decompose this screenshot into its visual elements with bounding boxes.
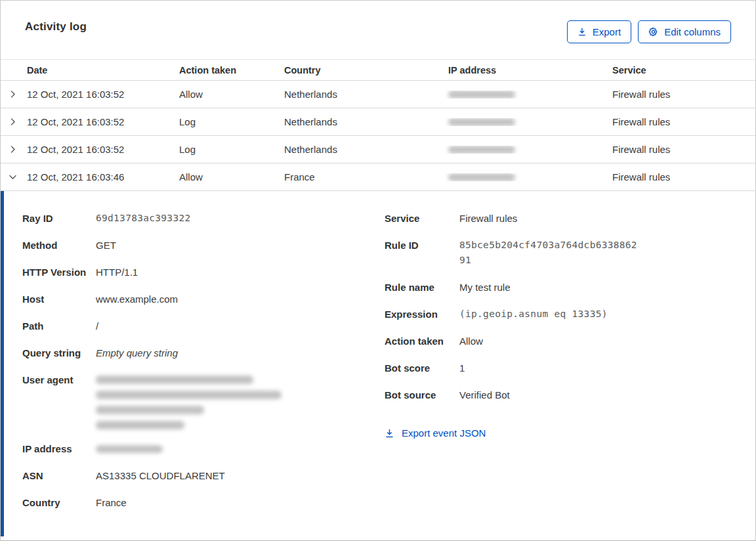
expand-row-button[interactable] — [1, 108, 24, 135]
export-button-label: Export — [593, 26, 621, 37]
topbar: Activity log Export Edit columns — [1, 1, 755, 59]
download-icon — [578, 27, 587, 37]
collapse-row-button[interactable] — [1, 163, 24, 190]
row-country: Netherlands — [282, 89, 446, 100]
column-header-date: Date — [24, 65, 177, 76]
row-action: Log — [177, 116, 282, 127]
action-taken-value: Allow — [459, 334, 731, 349]
detail-label: HTTP Version — [22, 265, 96, 280]
row-action: Allow — [177, 171, 282, 183]
export-event-json-link[interactable]: Export event JSON — [385, 427, 731, 439]
column-header-ip-address: IP address — [446, 65, 610, 76]
row-date: 12 Oct, 2021 16:03:52 — [24, 116, 177, 127]
table-row[interactable]: 12 Oct, 2021 16:03:52 Log Netherlands Fi… — [1, 136, 755, 163]
expand-row-button[interactable] — [1, 81, 24, 108]
chevron-right-icon — [8, 144, 18, 154]
detail-label: Rule name — [385, 280, 459, 295]
user-agent-redacted — [96, 372, 385, 429]
row-ip-redacted — [446, 146, 610, 154]
table-row-expanded[interactable]: 12 Oct, 2021 16:03:46 Allow France Firew… — [1, 163, 755, 191]
detail-label: Path — [22, 318, 96, 334]
detail-label: User agent — [22, 372, 96, 429]
redacted-line — [96, 391, 282, 399]
detail-label: ASN — [22, 468, 96, 483]
column-header-service: Service — [610, 65, 755, 76]
event-detail-panel: Ray ID 69d13783ac393322 Method GET HTTP … — [1, 191, 755, 536]
chevron-right-icon — [8, 117, 18, 127]
detail-right-column: Service Firewall rules Rule ID 85bce5b20… — [385, 211, 731, 510]
redacted-ip — [448, 91, 515, 98]
download-icon — [385, 428, 394, 439]
rule-name-value: My test rule — [459, 280, 731, 295]
detail-label: Country — [22, 495, 96, 510]
export-event-json-label: Export event JSON — [402, 427, 486, 439]
host-value: www.example.com — [96, 292, 385, 307]
path-value: / — [96, 318, 385, 334]
ray-id-value: 69d13783ac393322 — [96, 211, 385, 226]
expression-value: (ip.geoip.asnum eq 13335) — [459, 307, 731, 322]
http-version-value: HTTP/1.1 — [96, 265, 385, 280]
row-date: 12 Oct, 2021 16:03:52 — [24, 144, 177, 155]
detail-label: Expression — [385, 307, 459, 322]
table-header: Date Action taken Country IP address Ser… — [1, 59, 755, 81]
detail-label: Rule ID — [385, 238, 459, 268]
row-service: Firewall rules — [610, 89, 755, 100]
row-date: 12 Oct, 2021 16:03:52 — [24, 89, 177, 100]
column-header-country: Country — [282, 65, 446, 76]
header-expand-spacer — [1, 60, 24, 80]
row-service: Firewall rules — [610, 144, 755, 155]
redacted-line — [96, 406, 204, 414]
row-ip-redacted — [446, 173, 610, 181]
column-header-action-taken: Action taken — [177, 65, 282, 76]
activity-log-panel: Activity log Export Edit columns Date Ac… — [0, 0, 756, 541]
row-country: Netherlands — [282, 116, 446, 127]
detail-label: IP address — [22, 441, 96, 456]
detail-label: Service — [385, 211, 459, 226]
detail-label: Host — [22, 292, 96, 307]
bot-score-value: 1 — [459, 360, 731, 376]
country-value: France — [96, 495, 385, 510]
ip-address-redacted — [96, 441, 385, 456]
table-row[interactable]: 12 Oct, 2021 16:03:52 Log Netherlands Fi… — [1, 108, 755, 136]
detail-label: Bot score — [385, 360, 459, 376]
redacted-line — [96, 376, 253, 384]
row-action: Log — [177, 144, 282, 155]
chevron-right-icon — [8, 89, 18, 99]
row-ip-redacted — [446, 91, 610, 98]
gear-icon — [648, 27, 658, 37]
detail-label: Method — [22, 238, 96, 253]
chevron-down-icon — [8, 172, 18, 182]
row-service: Firewall rules — [610, 116, 755, 127]
redacted-line — [96, 421, 184, 429]
redacted-ip — [448, 173, 515, 181]
page-title: Activity log — [25, 20, 87, 33]
bot-source-value: Verified Bot — [459, 387, 731, 402]
row-action: Allow — [177, 89, 282, 100]
detail-left-column: Ray ID 69d13783ac393322 Method GET HTTP … — [22, 211, 385, 510]
asn-value: AS13335 CLOUDFLARENET — [96, 468, 385, 483]
edit-columns-button-label: Edit columns — [664, 26, 721, 37]
detail-label: Query string — [22, 345, 96, 360]
detail-label: Action taken — [385, 334, 459, 349]
row-country: Netherlands — [282, 144, 446, 155]
export-button[interactable]: Export — [567, 20, 631, 43]
redacted-ip — [448, 146, 515, 154]
rule-id-value: 85bce5b204cf4703a764dcb633886291 — [459, 238, 642, 268]
table-row[interactable]: 12 Oct, 2021 16:03:52 Allow Netherlands … — [1, 81, 755, 108]
detail-label: Ray ID — [22, 211, 96, 226]
expand-row-button[interactable] — [1, 136, 24, 163]
detail-label: Bot source — [385, 387, 459, 402]
service-value: Firewall rules — [459, 211, 731, 226]
edit-columns-button[interactable]: Edit columns — [638, 20, 731, 43]
redacted-ip — [448, 118, 515, 126]
toolbar-actions: Export Edit columns — [567, 20, 731, 43]
row-country: France — [282, 171, 446, 183]
row-service: Firewall rules — [610, 171, 755, 183]
redacted-ip — [96, 445, 163, 453]
method-value: GET — [96, 238, 385, 253]
row-date: 12 Oct, 2021 16:03:46 — [24, 171, 177, 183]
row-ip-redacted — [446, 118, 610, 126]
query-string-value: Empty query string — [96, 345, 385, 360]
